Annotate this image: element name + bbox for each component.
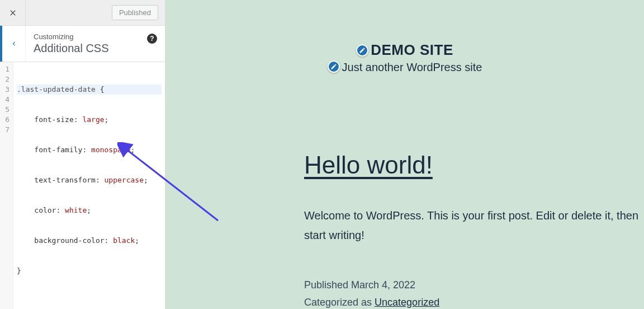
code-line[interactable]: color: white; (17, 205, 162, 216)
site-tagline: Just another WordPress site (342, 61, 482, 74)
post-title-link[interactable]: Hello world! (304, 151, 640, 179)
back-button[interactable] (0, 26, 26, 62)
code-line[interactable]: .last-updated-date { (17, 85, 162, 95)
edit-site-title-button[interactable] (356, 44, 368, 57)
post-content: Welcome to WordPress. This is your first… (304, 206, 640, 245)
line-number: 6 (2, 115, 10, 125)
panel-title: Additional CSS (34, 42, 157, 55)
close-icon (8, 8, 17, 17)
code-line[interactable]: text-transform: uppercase; (17, 175, 162, 185)
code-line[interactable]: font-family: monospace; (17, 145, 162, 155)
edit-tagline-button[interactable] (328, 60, 340, 73)
pencil-icon (359, 47, 366, 54)
close-customizer-button[interactable] (0, 0, 26, 26)
site-preview: DEMO SITE Just another WordPress site He… (165, 0, 644, 309)
category-link[interactable]: Uncategorized (375, 297, 439, 308)
post: Hello world! Welcome to WordPress. This … (304, 151, 640, 309)
site-title[interactable]: DEMO SITE (371, 41, 453, 59)
site-header: DEMO SITE Just another WordPress site (165, 0, 644, 74)
chevron-left-icon (10, 40, 18, 48)
post-meta: Published March 4, 2022 Categorized as U… (304, 277, 640, 309)
publish-status-button[interactable]: Published (112, 5, 158, 20)
line-number: 1 (2, 64, 10, 74)
line-number: 2 (2, 74, 10, 85)
category-line: Categorized as Uncategorized (304, 294, 640, 309)
published-date: March 4, 2022 (351, 279, 415, 291)
help-button[interactable]: ? (147, 34, 157, 44)
code-line[interactable]: font-size: large; (17, 115, 162, 125)
help-icon: ? (150, 35, 154, 43)
line-number: 3 (2, 85, 10, 95)
css-editor[interactable]: 1 2 3 4 5 6 7 .last-updated-date { font-… (0, 62, 165, 309)
code-content[interactable]: .last-updated-date { font-size: large; f… (13, 62, 165, 309)
pencil-icon (330, 63, 337, 70)
customizer-topbar: Published (0, 0, 165, 26)
line-number: 7 (2, 125, 10, 135)
customizer-sidebar: Published Customizing Additional CSS ? 1… (0, 0, 165, 309)
panel-title-area: Customizing Additional CSS (26, 26, 165, 62)
line-number: 4 (2, 95, 10, 105)
line-number-gutter: 1 2 3 4 5 6 7 (0, 62, 13, 309)
code-line[interactable]: } (17, 266, 162, 276)
published-line: Published March 4, 2022 (304, 277, 640, 294)
panel-header: Customizing Additional CSS ? (0, 26, 165, 62)
breadcrumb: Customizing (34, 32, 157, 41)
line-number: 5 (2, 105, 10, 115)
code-line[interactable]: background-color: black; (17, 236, 162, 246)
